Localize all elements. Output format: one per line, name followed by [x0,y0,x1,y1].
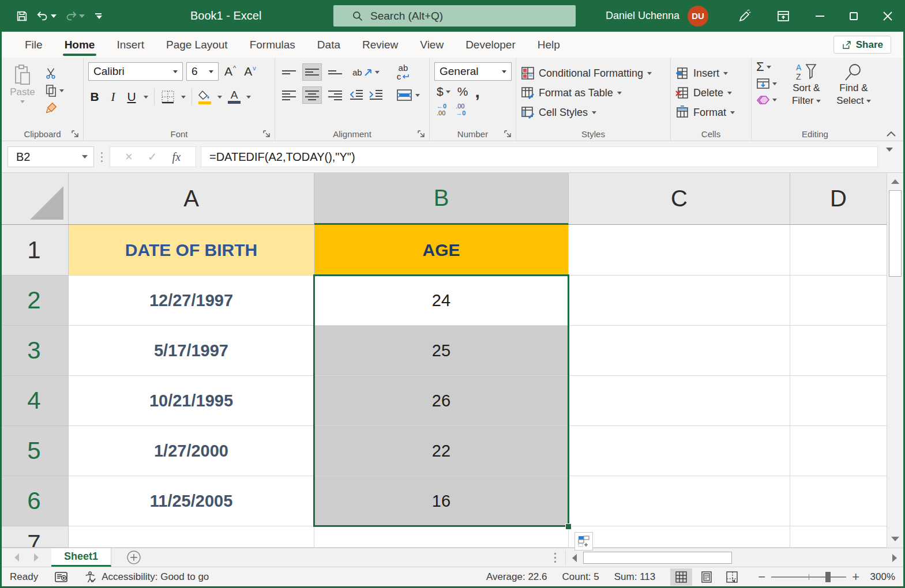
increase-font-size-button[interactable]: A^ [222,65,238,78]
insert-function-button[interactable]: fx [172,150,181,164]
tab-developer[interactable]: Developer [455,32,527,58]
fill-color-dropdown-chevron-icon[interactable] [217,96,222,99]
cell-d5[interactable] [790,426,887,476]
decrease-decimal-button[interactable]: .00 →0 [456,103,465,116]
tab-home[interactable]: Home [54,32,106,58]
cell-d4[interactable] [790,376,887,426]
name-box[interactable]: B2 [7,146,94,167]
inking-pen-button[interactable] [724,0,764,32]
zoom-slider-thumb[interactable] [825,572,831,582]
wrap-text-button[interactable]: ab c [397,63,410,81]
merge-center-button[interactable] [396,89,420,101]
copy-button[interactable] [44,84,64,97]
cell-c5[interactable] [569,426,790,476]
align-center-button[interactable] [303,87,321,103]
zoom-out-button[interactable]: − [758,574,765,580]
scroll-up-button[interactable] [888,174,902,189]
cell-c3[interactable] [569,326,790,376]
formula-input[interactable]: =DATEDIF(A2,TODAY(),"Y") [201,146,878,167]
cell-a7[interactable] [69,526,314,548]
page-break-preview-button[interactable] [721,568,743,586]
vertical-scrollbar[interactable] [887,173,903,548]
zoom-slider[interactable] [771,576,846,578]
cell-a6[interactable]: 11/25/2005 [69,476,314,526]
fill-color-button[interactable] [198,90,212,104]
select-all-button[interactable] [0,173,69,225]
cell-a5[interactable]: 1/27/2000 [69,426,314,476]
accounting-format-button[interactable]: $ [437,85,450,99]
paste-button[interactable]: Paste [6,62,39,127]
clear-button[interactable] [756,95,780,105]
close-button[interactable] [870,0,905,32]
cell-b6[interactable]: 16 [314,476,569,526]
find-select-button[interactable]: Find & Select [832,61,875,127]
number-dialog-launcher-icon[interactable] [504,130,512,138]
alignment-dialog-launcher-icon[interactable] [417,130,425,138]
row-header-1[interactable]: 1 [0,225,69,276]
font-dialog-launcher-icon[interactable] [262,130,271,138]
underline-dropdown-chevron-icon[interactable] [144,96,148,99]
collapse-ribbon-button[interactable] [886,130,896,137]
row-header-3[interactable]: 3 [0,326,69,376]
cell-styles-button[interactable]: Cell Styles [521,103,667,122]
zoom-in-button[interactable]: + [852,574,859,580]
cell-a4[interactable]: 10/21/1995 [69,376,314,426]
row-header-5[interactable]: 5 [0,426,69,476]
cell-b7[interactable] [314,526,569,548]
decrease-font-size-button[interactable]: Av [242,65,258,78]
cancel-button[interactable]: × [125,149,133,164]
horizontal-scrollbar-thumb[interactable] [583,552,732,564]
previous-sheet-button[interactable] [14,553,19,561]
expand-formula-bar-button[interactable] [878,152,898,162]
save-button[interactable] [13,7,31,25]
row-header-2[interactable]: 2 [0,276,69,326]
cell-c6[interactable] [569,476,790,526]
cell-b1[interactable]: AGE [314,225,569,276]
number-format-combo[interactable]: General [434,62,512,81]
cell-d3[interactable] [790,326,887,376]
autosum-button[interactable]: Σ [756,61,780,73]
format-as-table-button[interactable]: Format as Table [521,83,667,103]
status-average[interactable]: Average: 22.6 [486,571,547,583]
font-color-dropdown-chevron-icon[interactable] [246,96,251,99]
align-right-button[interactable] [326,87,344,103]
paste-dropdown-chevron-icon[interactable] [20,100,25,103]
increase-decimal-button[interactable]: ←0 .00 [437,103,446,116]
sheet-tab-sheet1[interactable]: Sheet1 [51,548,111,567]
font-color-button[interactable]: A [228,91,241,104]
tab-view[interactable]: View [409,32,455,58]
new-sheet-button[interactable] [111,548,156,567]
page-layout-view-button[interactable] [696,568,718,586]
column-header-c[interactable]: C [569,173,790,225]
row-header-7[interactable]: 7 [0,526,69,548]
scroll-right-button[interactable] [887,551,902,564]
customize-quick-access-button[interactable] [95,13,102,19]
ribbon-display-options-button[interactable] [764,0,803,32]
format-painter-button[interactable] [44,101,64,114]
status-sum[interactable]: Sum: 113 [614,571,656,583]
zoom-level[interactable]: 300% [865,571,895,583]
avatar[interactable]: DU [688,6,708,27]
cell-a3[interactable]: 5/17/1997 [69,326,314,376]
fill-button[interactable] [756,78,780,89]
borders-dropdown-chevron-icon[interactable] [181,96,186,99]
undo-dropdown-chevron-icon[interactable] [51,14,57,18]
vertical-scrollbar-thumb[interactable] [889,190,902,277]
decrease-indent-button[interactable] [349,89,364,101]
normal-view-button[interactable] [670,568,692,586]
tab-review[interactable]: Review [351,32,409,58]
next-sheet-button[interactable] [34,553,39,561]
underline-button[interactable]: U [125,90,138,104]
increase-indent-button[interactable] [369,89,384,101]
redo-dropdown-chevron-icon[interactable] [79,14,85,18]
cell-d2[interactable] [790,276,887,326]
cell-b3[interactable]: 25 [314,326,569,376]
cell-d6[interactable] [790,476,887,526]
percent-style-button[interactable]: % [457,85,468,99]
align-left-button[interactable] [280,87,298,103]
cell-b2-active[interactable]: 24 [314,276,569,326]
tab-formulas[interactable]: Formulas [239,32,306,58]
cell-d7[interactable] [790,526,887,548]
scroll-left-button[interactable] [567,551,582,564]
row-header-4[interactable]: 4 [0,376,69,426]
